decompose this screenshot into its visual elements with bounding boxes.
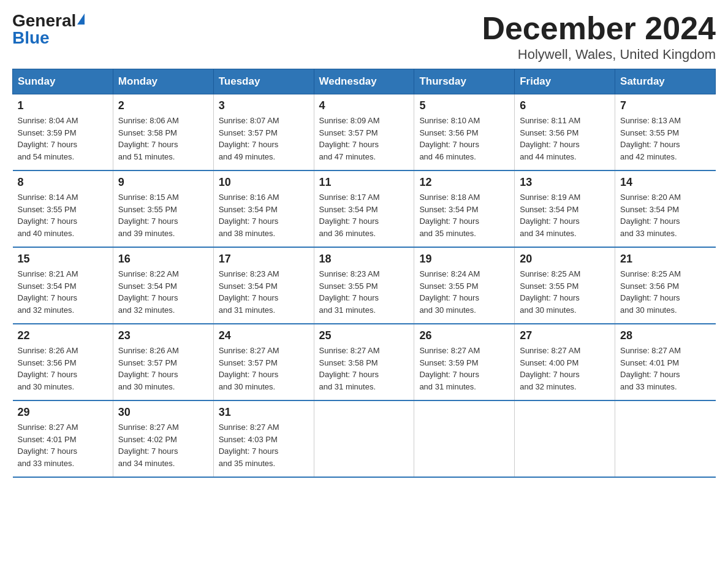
day-cell: [414, 400, 515, 477]
day-info: Sunrise: 8:13 AM Sunset: 3:55 PM Dayligh…: [620, 115, 710, 163]
day-info: Sunrise: 8:25 AM Sunset: 3:56 PM Dayligh…: [620, 268, 710, 316]
day-number: 19: [419, 253, 509, 266]
day-info: Sunrise: 8:26 AM Sunset: 3:57 PM Dayligh…: [118, 345, 208, 393]
day-number: 8: [18, 176, 108, 189]
day-cell: 16 Sunrise: 8:22 AM Sunset: 3:54 PM Dayl…: [113, 247, 213, 324]
day-info: Sunrise: 8:22 AM Sunset: 3:54 PM Dayligh…: [118, 268, 208, 316]
day-cell: 20 Sunrise: 8:25 AM Sunset: 3:55 PM Dayl…: [515, 247, 615, 324]
day-number: 6: [520, 99, 610, 112]
day-info: Sunrise: 8:27 AM Sunset: 4:02 PM Dayligh…: [118, 421, 208, 469]
day-number: 3: [219, 99, 309, 112]
day-cell: 17 Sunrise: 8:23 AM Sunset: 3:54 PM Dayl…: [213, 247, 314, 324]
day-info: Sunrise: 8:27 AM Sunset: 3:58 PM Dayligh…: [319, 345, 409, 393]
day-number: 20: [520, 253, 610, 266]
day-info: Sunrise: 8:20 AM Sunset: 3:54 PM Dayligh…: [620, 191, 710, 239]
day-number: 22: [18, 329, 108, 342]
weekday-header-monday: Monday: [113, 69, 213, 94]
title-block: December 2024 Holywell, Wales, United Ki…: [482, 12, 716, 63]
day-cell: 26 Sunrise: 8:27 AM Sunset: 3:59 PM Dayl…: [414, 324, 515, 400]
weekday-header-row: SundayMondayTuesdayWednesdayThursdayFrid…: [13, 69, 716, 94]
day-number: 9: [118, 176, 208, 189]
day-number: 27: [520, 329, 610, 342]
day-info: Sunrise: 8:18 AM Sunset: 3:54 PM Dayligh…: [419, 191, 509, 239]
day-info: Sunrise: 8:16 AM Sunset: 3:54 PM Dayligh…: [219, 191, 309, 239]
day-info: Sunrise: 8:27 AM Sunset: 4:00 PM Dayligh…: [520, 345, 610, 393]
logo: General Blue: [12, 12, 85, 47]
day-info: Sunrise: 8:27 AM Sunset: 3:57 PM Dayligh…: [219, 345, 309, 393]
day-info: Sunrise: 8:10 AM Sunset: 3:56 PM Dayligh…: [419, 115, 509, 163]
day-info: Sunrise: 8:15 AM Sunset: 3:55 PM Dayligh…: [118, 191, 208, 239]
day-number: 16: [118, 253, 208, 266]
day-number: 2: [118, 99, 208, 112]
day-cell: 21 Sunrise: 8:25 AM Sunset: 3:56 PM Dayl…: [615, 247, 716, 324]
day-cell: 30 Sunrise: 8:27 AM Sunset: 4:02 PM Dayl…: [113, 400, 213, 477]
day-number: 4: [319, 99, 409, 112]
day-info: Sunrise: 8:27 AM Sunset: 3:59 PM Dayligh…: [419, 345, 509, 393]
month-title: December 2024: [482, 12, 716, 44]
day-cell: [615, 400, 716, 477]
day-info: Sunrise: 8:23 AM Sunset: 3:55 PM Dayligh…: [319, 268, 409, 316]
logo-blue: Blue: [12, 29, 50, 47]
day-number: 10: [219, 176, 309, 189]
day-cell: 1 Sunrise: 8:04 AM Sunset: 3:59 PM Dayli…: [13, 94, 113, 171]
day-info: Sunrise: 8:27 AM Sunset: 4:01 PM Dayligh…: [18, 421, 108, 469]
day-cell: 4 Sunrise: 8:09 AM Sunset: 3:57 PM Dayli…: [314, 94, 414, 171]
day-number: 12: [419, 176, 509, 189]
day-info: Sunrise: 8:26 AM Sunset: 3:56 PM Dayligh…: [18, 345, 108, 393]
day-number: 28: [620, 329, 710, 342]
day-cell: 6 Sunrise: 8:11 AM Sunset: 3:56 PM Dayli…: [515, 94, 615, 171]
day-info: Sunrise: 8:14 AM Sunset: 3:55 PM Dayligh…: [18, 191, 108, 239]
week-row-2: 8 Sunrise: 8:14 AM Sunset: 3:55 PM Dayli…: [13, 170, 716, 247]
day-number: 30: [118, 406, 208, 419]
week-row-3: 15 Sunrise: 8:21 AM Sunset: 3:54 PM Dayl…: [13, 247, 716, 324]
day-number: 1: [18, 99, 108, 112]
day-info: Sunrise: 8:07 AM Sunset: 3:57 PM Dayligh…: [219, 115, 309, 163]
weekday-header-thursday: Thursday: [414, 69, 515, 94]
day-info: Sunrise: 8:17 AM Sunset: 3:54 PM Dayligh…: [319, 191, 409, 239]
day-number: 26: [419, 329, 509, 342]
day-cell: 27 Sunrise: 8:27 AM Sunset: 4:00 PM Dayl…: [515, 324, 615, 400]
weekday-header-friday: Friday: [515, 69, 615, 94]
logo-triangle-icon: [77, 13, 85, 25]
day-number: 17: [219, 253, 309, 266]
day-cell: 15 Sunrise: 8:21 AM Sunset: 3:54 PM Dayl…: [13, 247, 113, 324]
day-info: Sunrise: 8:27 AM Sunset: 4:03 PM Dayligh…: [219, 421, 309, 469]
calendar-table: SundayMondayTuesdayWednesdayThursdayFrid…: [12, 69, 716, 478]
day-number: 14: [620, 176, 710, 189]
day-cell: 29 Sunrise: 8:27 AM Sunset: 4:01 PM Dayl…: [13, 400, 113, 477]
day-info: Sunrise: 8:11 AM Sunset: 3:56 PM Dayligh…: [520, 115, 610, 163]
weekday-header-saturday: Saturday: [615, 69, 716, 94]
day-number: 21: [620, 253, 710, 266]
day-cell: 22 Sunrise: 8:26 AM Sunset: 3:56 PM Dayl…: [13, 324, 113, 400]
day-cell: 13 Sunrise: 8:19 AM Sunset: 3:54 PM Dayl…: [515, 170, 615, 247]
weekday-header-tuesday: Tuesday: [213, 69, 314, 94]
week-row-1: 1 Sunrise: 8:04 AM Sunset: 3:59 PM Dayli…: [13, 94, 716, 171]
day-number: 11: [319, 176, 409, 189]
week-row-4: 22 Sunrise: 8:26 AM Sunset: 3:56 PM Dayl…: [13, 324, 716, 400]
day-cell: 12 Sunrise: 8:18 AM Sunset: 3:54 PM Dayl…: [414, 170, 515, 247]
day-cell: 10 Sunrise: 8:16 AM Sunset: 3:54 PM Dayl…: [213, 170, 314, 247]
day-cell: 5 Sunrise: 8:10 AM Sunset: 3:56 PM Dayli…: [414, 94, 515, 171]
day-number: 7: [620, 99, 710, 112]
day-number: 24: [219, 329, 309, 342]
day-info: Sunrise: 8:09 AM Sunset: 3:57 PM Dayligh…: [319, 115, 409, 163]
day-cell: 8 Sunrise: 8:14 AM Sunset: 3:55 PM Dayli…: [13, 170, 113, 247]
day-info: Sunrise: 8:24 AM Sunset: 3:55 PM Dayligh…: [419, 268, 509, 316]
day-cell: 14 Sunrise: 8:20 AM Sunset: 3:54 PM Dayl…: [615, 170, 716, 247]
day-number: 5: [419, 99, 509, 112]
day-cell: 25 Sunrise: 8:27 AM Sunset: 3:58 PM Dayl…: [314, 324, 414, 400]
day-number: 25: [319, 329, 409, 342]
day-cell: 2 Sunrise: 8:06 AM Sunset: 3:58 PM Dayli…: [113, 94, 213, 171]
week-row-5: 29 Sunrise: 8:27 AM Sunset: 4:01 PM Dayl…: [13, 400, 716, 477]
day-number: 31: [219, 406, 309, 419]
day-number: 29: [18, 406, 108, 419]
day-info: Sunrise: 8:23 AM Sunset: 3:54 PM Dayligh…: [219, 268, 309, 316]
day-cell: 28 Sunrise: 8:27 AM Sunset: 4:01 PM Dayl…: [615, 324, 716, 400]
day-info: Sunrise: 8:21 AM Sunset: 3:54 PM Dayligh…: [18, 268, 108, 316]
day-info: Sunrise: 8:27 AM Sunset: 4:01 PM Dayligh…: [620, 345, 710, 393]
day-cell: [314, 400, 414, 477]
day-info: Sunrise: 8:19 AM Sunset: 3:54 PM Dayligh…: [520, 191, 610, 239]
day-cell: 7 Sunrise: 8:13 AM Sunset: 3:55 PM Dayli…: [615, 94, 716, 171]
day-number: 18: [319, 253, 409, 266]
weekday-header-wednesday: Wednesday: [314, 69, 414, 94]
